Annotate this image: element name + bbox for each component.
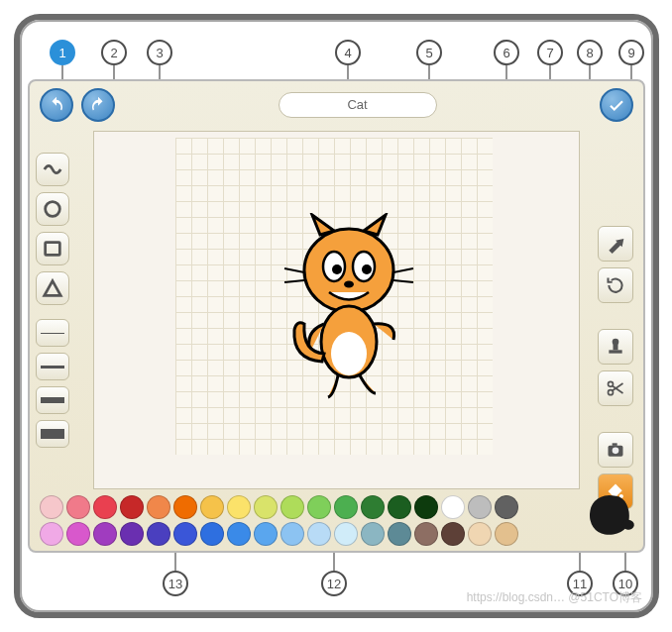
callout-7: 7: [537, 40, 563, 65]
callout-13: 13: [163, 571, 188, 596]
color-swatch[interactable]: [441, 495, 465, 519]
line-width-tools: [36, 319, 75, 448]
color-swatch[interactable]: [468, 495, 492, 519]
svg-point-30: [332, 264, 342, 274]
color-palette: [36, 493, 637, 545]
color-swatch[interactable]: [280, 522, 304, 546]
rect-tool[interactable]: [36, 232, 69, 265]
line-width-3[interactable]: [36, 386, 69, 414]
color-swatch[interactable]: [334, 522, 358, 546]
color-swatch[interactable]: [173, 522, 197, 546]
circle-tool[interactable]: [36, 192, 69, 226]
svg-point-35: [46, 202, 60, 217]
app-frame: 1 2 3 4 5 6 7 8 9 10 11 12 13 Cat: [14, 14, 659, 618]
camera-tool[interactable]: [598, 432, 633, 468]
scissors-tool[interactable]: [598, 370, 633, 406]
callout-8: 8: [577, 40, 603, 65]
color-swatch[interactable]: [414, 495, 438, 519]
paint-editor: Cat: [28, 79, 645, 553]
brush-tool[interactable]: [36, 153, 69, 186]
svg-point-39: [613, 339, 619, 346]
triangle-tool[interactable]: [36, 271, 69, 305]
line-width-1[interactable]: [36, 319, 69, 347]
color-swatch[interactable]: [254, 522, 278, 546]
color-swatch[interactable]: [227, 522, 251, 546]
svg-rect-37: [609, 350, 621, 353]
callout-4: 4: [335, 40, 361, 65]
svg-point-31: [362, 264, 372, 274]
callout-6: 6: [494, 40, 519, 65]
color-swatch[interactable]: [361, 495, 385, 519]
color-swatch[interactable]: [280, 495, 304, 519]
stamp-tool[interactable]: [598, 329, 633, 365]
color-swatch[interactable]: [93, 495, 117, 519]
color-swatch[interactable]: [441, 522, 465, 546]
redo-button[interactable]: [81, 88, 115, 122]
watermark: https://blog.csdn… @51CTO博客: [467, 589, 642, 606]
color-swatch[interactable]: [66, 495, 90, 519]
color-swatch[interactable]: [40, 522, 63, 546]
sprite-name-field[interactable]: Cat: [279, 92, 437, 118]
color-swatch[interactable]: [468, 522, 492, 546]
color-swatch[interactable]: [495, 495, 518, 519]
color-swatch[interactable]: [495, 522, 518, 546]
svg-rect-44: [613, 443, 617, 446]
svg-point-32: [344, 281, 354, 288]
color-swatch[interactable]: [93, 522, 117, 546]
svg-point-34: [331, 332, 367, 375]
color-swatch[interactable]: [66, 522, 90, 546]
color-swatch[interactable]: [173, 495, 197, 519]
callout-2: 2: [101, 40, 127, 65]
svg-point-43: [613, 448, 619, 455]
ok-button[interactable]: [600, 88, 633, 122]
color-swatch[interactable]: [361, 522, 385, 546]
cat-sprite: [275, 213, 423, 401]
topbar: Cat: [30, 81, 643, 129]
shape-tools: [36, 153, 75, 305]
svg-rect-36: [46, 243, 60, 256]
color-swatch[interactable]: [40, 495, 63, 519]
color-swatch[interactable]: [307, 522, 331, 546]
line-width-2[interactable]: [36, 353, 69, 380]
line-width-4[interactable]: [36, 420, 69, 448]
undo-button[interactable]: [40, 88, 73, 122]
color-swatch[interactable]: [307, 495, 331, 519]
drag-tool[interactable]: [598, 226, 633, 262]
callout-3: 3: [147, 40, 172, 65]
callout-5: 5: [416, 40, 442, 65]
callout-1: 1: [50, 40, 75, 65]
color-swatch[interactable]: [334, 495, 358, 519]
color-swatch[interactable]: [120, 522, 144, 546]
color-swatch[interactable]: [254, 495, 278, 519]
edit-tools: [598, 226, 637, 509]
color-swatch[interactable]: [200, 495, 224, 519]
callout-12: 12: [321, 571, 347, 596]
color-swatch[interactable]: [120, 495, 144, 519]
callout-9: 9: [618, 40, 644, 65]
color-swatch[interactable]: [414, 522, 438, 546]
color-swatch[interactable]: [388, 522, 411, 546]
canvas[interactable]: [93, 131, 580, 489]
color-swatch[interactable]: [388, 495, 411, 519]
rotate-tool[interactable]: [598, 267, 633, 303]
color-swatch[interactable]: [147, 522, 170, 546]
color-swatch[interactable]: [227, 495, 251, 519]
color-swatch[interactable]: [200, 522, 224, 546]
color-swatch[interactable]: [147, 495, 170, 519]
